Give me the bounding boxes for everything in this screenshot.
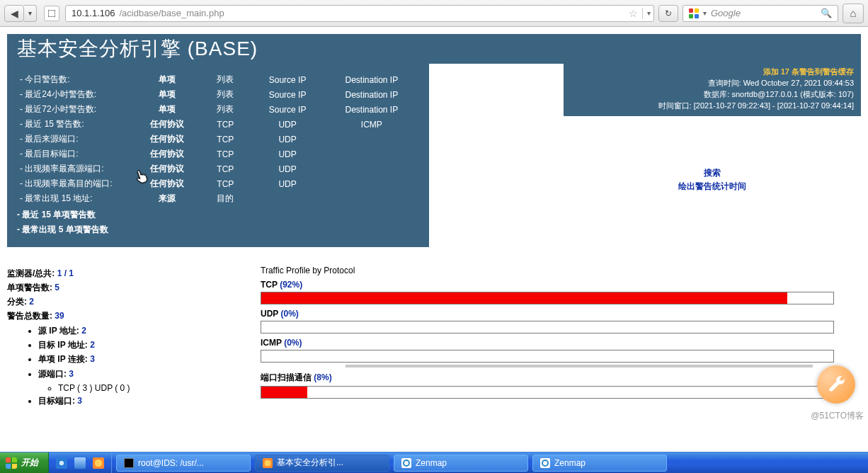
zen-icon: [540, 458, 550, 468]
query-row: - 最常出现 15 地址:来源目的: [17, 191, 419, 206]
query-table: - 今日警告数:单项列表Source IPDestination IP- 最近2…: [17, 72, 419, 206]
query-extra-link[interactable]: - 最近 15 单项警告数: [17, 207, 419, 222]
query-row: - 最后来源端口:任何协议TCPUDP: [17, 132, 419, 147]
portscan-bar: [261, 386, 834, 399]
query-cell: - 今日警告数:: [17, 72, 134, 87]
bookmark-star-icon[interactable]: ☆: [629, 8, 638, 19]
show-desktop-icon[interactable]: [74, 457, 86, 469]
query-cell[interactable]: UDP: [251, 132, 324, 147]
query-cell: - 出现频率最高目的端口:: [17, 176, 134, 191]
query-cell: - 最近 15 警告数:: [17, 117, 134, 132]
query-cell[interactable]: 目的: [200, 191, 251, 206]
top-panel-row: - 今日警告数:单项列表Source IPDestination IP- 最近2…: [7, 64, 861, 247]
icmp-label[interactable]: ICMP: [261, 338, 282, 348]
query-row: - 今日警告数:单项列表Source IPDestination IP: [17, 72, 419, 87]
stat-dst-ip: 目标 IP 地址: 2: [38, 339, 248, 351]
query-cell: - 最近24小时警告数:: [17, 87, 134, 102]
query-cell[interactable]: 列表: [200, 102, 251, 117]
query-cell[interactable]: UDP: [251, 117, 324, 132]
query-cell[interactable]: TCP: [200, 147, 251, 161]
query-cell[interactable]: 单项: [134, 87, 200, 102]
tools-fab-button[interactable]: [817, 365, 855, 404]
url-host: 10.1.1.106: [72, 8, 115, 18]
quick-launch: [49, 452, 112, 473]
tcp-pct: (92%): [280, 280, 302, 290]
query-cell[interactable]: 单项: [134, 72, 200, 87]
page-title: 基本安全分析引擎 (BASE): [7, 34, 861, 64]
sensors-value[interactable]: 1 / 1: [57, 268, 74, 278]
query-cell[interactable]: Destination IP: [324, 87, 419, 102]
scrollbar-shadow: [346, 365, 813, 367]
total-alerts-value[interactable]: 39: [55, 311, 64, 321]
udp-label[interactable]: UDP: [261, 309, 278, 319]
search-engine-dropdown-icon[interactable]: ▾: [703, 9, 707, 17]
home-button[interactable]: ⌂: [843, 4, 864, 23]
udp-bar: [261, 321, 834, 334]
browser-toolbar: ◀ ▾ 10.1.1.106/acidbase/base_main.php ☆ …: [0, 0, 868, 27]
unique-alerts-label: 单项警告数:: [7, 283, 52, 292]
traffic-profile: Traffic Profile by Protocol TCP (92%) UD…: [261, 266, 861, 409]
query-row: - 出现频率最高源端口:任何协议TCPUDP: [17, 161, 419, 176]
stats-panel: 监测器/总共: 1 / 1 单项警告数: 5 分类: 2 警告总数量: 39 源…: [7, 266, 248, 409]
stat-src-port: 源端口: 3 TCP ( 3 ) UDP ( 0 ): [38, 368, 248, 393]
back-button[interactable]: ◀: [4, 5, 24, 22]
portscan-label[interactable]: 端口扫描通信: [261, 372, 312, 382]
back-history-dropdown[interactable]: ▾: [24, 5, 37, 22]
taskbar-item[interactable]: Zenmap: [532, 455, 667, 472]
url-dropdown-icon[interactable]: ▾: [647, 9, 651, 17]
query-cell: [324, 176, 419, 191]
reload-button[interactable]: ↻: [658, 5, 678, 22]
query-cell[interactable]: Source IP: [251, 102, 324, 117]
udp-pct: (0%): [280, 309, 298, 319]
icmp-bar: [261, 350, 834, 363]
query-cell: [324, 191, 419, 206]
url-divider: [642, 8, 643, 19]
ie-icon[interactable]: [56, 457, 67, 469]
query-cell[interactable]: Source IP: [251, 72, 324, 87]
stat-dst-port: 目标端口: 3: [38, 395, 248, 407]
unique-alerts-value[interactable]: 5: [55, 283, 59, 292]
query-cell[interactable]: TCP: [200, 176, 251, 191]
status-box: 添加 17 条警告到警告缓存 查询时间: Wed October 27, 202…: [564, 64, 861, 116]
query-cell[interactable]: TCP: [200, 132, 251, 147]
query-cell[interactable]: Destination IP: [324, 102, 419, 117]
traffic-title: Traffic Profile by Protocol: [261, 266, 861, 275]
firefox-icon[interactable]: [93, 457, 104, 469]
search-box[interactable]: ▾ Google 🔍: [683, 5, 838, 22]
taskbar-item[interactable]: 基本安全分析引...: [255, 455, 389, 472]
link-search[interactable]: 搜索: [564, 167, 861, 179]
query-cell[interactable]: 任何协议: [134, 161, 200, 176]
search-placeholder: Google: [711, 8, 741, 18]
tcp-bar: [261, 292, 834, 304]
query-cell[interactable]: 列表: [200, 72, 251, 87]
categories-value[interactable]: 2: [29, 297, 34, 307]
query-cell[interactable]: UDP: [251, 147, 324, 161]
query-cell[interactable]: TCP: [200, 161, 251, 176]
query-cell[interactable]: UDP: [251, 176, 324, 191]
tcp-label[interactable]: TCP: [261, 280, 278, 290]
query-cell[interactable]: Destination IP: [324, 72, 419, 87]
query-cell[interactable]: ICMP: [324, 117, 419, 132]
sensors-label: 监测器/总共:: [7, 268, 55, 278]
query-cell: - 最后目标端口:: [17, 147, 134, 161]
query-cell[interactable]: Source IP: [251, 87, 324, 102]
query-cell[interactable]: 单项: [134, 102, 200, 117]
windows-logo-icon: [6, 457, 17, 469]
query-extra-link[interactable]: - 最常出现 5 单项警告数: [17, 222, 419, 237]
query-cell[interactable]: UDP: [251, 161, 324, 176]
search-icon[interactable]: 🔍: [821, 8, 832, 18]
query-cell[interactable]: 任何协议: [134, 147, 200, 161]
taskbar-item[interactable]: root@IDS: /usr/...: [116, 455, 251, 472]
query-cell[interactable]: 任何协议: [134, 176, 200, 191]
taskbar-item[interactable]: Zenmap: [394, 455, 528, 472]
portscan-pct: (8%): [314, 372, 331, 382]
query-cell[interactable]: 来源: [134, 191, 200, 206]
start-button[interactable]: 开始: [0, 452, 49, 473]
query-cell[interactable]: 任何协议: [134, 117, 200, 132]
alerts-added: 添加 17 条警告到警告缓存: [571, 67, 854, 78]
query-cell[interactable]: 任何协议: [134, 132, 200, 147]
query-cell[interactable]: 列表: [200, 87, 251, 102]
url-bar[interactable]: 10.1.1.106/acidbase/base_main.php ☆ ▾: [65, 5, 654, 22]
query-cell[interactable]: TCP: [200, 117, 251, 132]
link-graph[interactable]: 绘出警告统计时间: [564, 181, 861, 193]
